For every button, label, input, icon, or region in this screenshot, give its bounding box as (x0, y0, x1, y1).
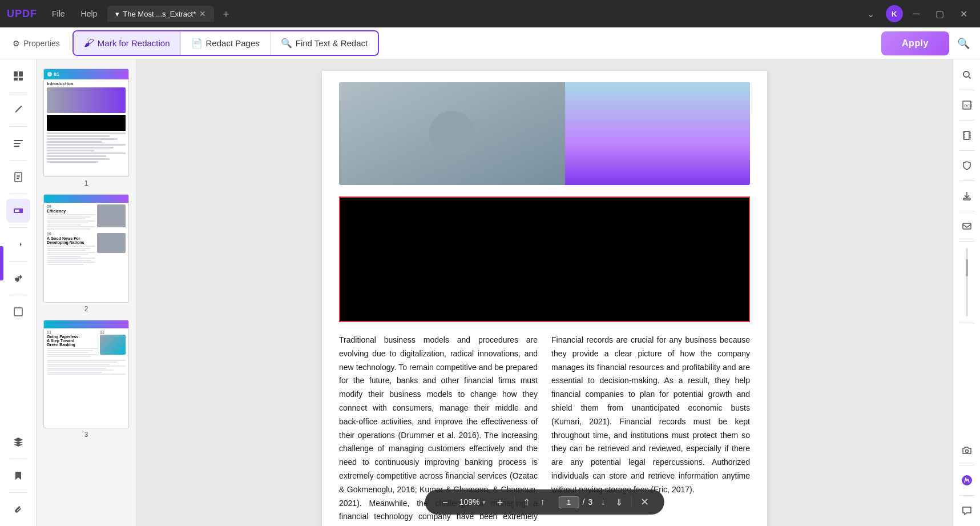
right-icon-search[interactable] (956, 64, 978, 86)
minimize-icon[interactable]: ─ (908, 9, 925, 19)
menu-file[interactable]: File (46, 7, 71, 21)
right-icon-comment[interactable] (956, 500, 978, 521)
thumb2-header (44, 195, 128, 203)
r-sep-7 (959, 323, 974, 323)
r-sep-9 (959, 495, 974, 496)
right-scrollbar-thumb (966, 259, 968, 276)
r-sep-4 (959, 180, 974, 181)
svg-rect-1 (19, 71, 23, 77)
thumb3-header (44, 320, 128, 328)
thumbnail-page-3[interactable]: 11 Going Paperless:A Step TowardGreen Ba… (43, 320, 129, 439)
close-toolbar-button[interactable]: ✕ (637, 495, 652, 509)
thumbnail-2-image: 09 Efficiency (43, 194, 129, 303)
sidebar-icon-bookmark[interactable] (6, 464, 30, 488)
svg-rect-2 (14, 78, 18, 81)
redacted-content-box (339, 196, 750, 322)
zoom-value-container: 109% ▾ (459, 497, 486, 507)
scroll-bottom-button[interactable]: ⇓ (613, 496, 625, 509)
document-area: Traditional business models and procedur… (136, 59, 953, 526)
page-header-image (339, 82, 750, 185)
user-avatar[interactable]: K (886, 5, 903, 22)
zoom-out-button[interactable]: － (437, 494, 454, 510)
right-icon-ai[interactable] (956, 469, 978, 491)
svg-rect-5 (14, 143, 21, 144)
r-sep-8 (959, 465, 974, 465)
sidebar-icon-redact[interactable] (6, 199, 30, 223)
scroll-down-button[interactable]: ↓ (598, 496, 607, 508)
sidebar-icon-form[interactable] (6, 300, 30, 324)
thumbnail-1-image: 01 Introduction (43, 69, 129, 177)
right-icon-ocr[interactable]: OCR (956, 94, 978, 116)
tab-title: The Most ...s_Extract* (123, 10, 196, 18)
properties-label: Properties (23, 39, 60, 48)
svg-rect-9 (17, 176, 20, 178)
right-scrollbar[interactable] (966, 248, 968, 316)
redact-pages-icon: 📄 (191, 38, 203, 49)
svg-rect-13 (14, 308, 22, 316)
tab-list-icon[interactable]: ⌄ (867, 9, 874, 19)
redact-pages-button[interactable]: 📄 Redact Pages (181, 32, 271, 54)
find-text-redact-button[interactable]: 🔍 Find Text & Redact (271, 32, 378, 54)
sidebar-icon-share[interactable] (6, 266, 30, 290)
sidebar-sep-1 (10, 93, 27, 93)
sidebar-icon-convert[interactable] (6, 232, 30, 256)
tab-close-icon[interactable]: ✕ (199, 9, 206, 18)
right-icon-camera[interactable] (956, 439, 978, 461)
sidebar-icon-edit[interactable] (6, 98, 30, 122)
thumbnail-3-label: 3 (84, 431, 88, 439)
zoom-percentage: 109% (459, 497, 480, 507)
properties-button[interactable]: ⚙ Properties (7, 35, 66, 51)
header-image-left (339, 82, 565, 185)
mark-redaction-button[interactable]: 🖌 Mark for Redaction (74, 31, 181, 55)
right-icon-email[interactable] (956, 215, 978, 237)
mark-redaction-label: Mark for Redaction (98, 38, 170, 48)
bottom-toolbar: － 109% ▾ ＋ ⇑ ↑ / 3 ↓ ⇓ ✕ (425, 489, 664, 515)
right-column-text: Financial records are crucial for any bu… (551, 334, 750, 497)
apply-button[interactable]: Apply (881, 31, 949, 55)
thumb1-header: 01 (44, 69, 128, 79)
svg-rect-0 (14, 71, 18, 77)
titlebar: UPDF File Help ▾ The Most ...s_Extract* … (0, 0, 980, 27)
svg-rect-4 (14, 140, 23, 141)
maximize-icon[interactable]: ▢ (930, 9, 950, 19)
right-icon-export[interactable] (956, 185, 978, 207)
sidebar-sep-5 (10, 227, 27, 228)
find-text-redact-label: Find Text & Redact (296, 38, 368, 48)
sidebar-icon-attachment[interactable] (6, 497, 30, 521)
sidebar-icon-pages[interactable] (6, 165, 30, 189)
sidebar-sep-3 (10, 160, 27, 160)
sidebar-icon-thumbnails[interactable] (6, 64, 30, 88)
right-icon-security[interactable] (956, 155, 978, 176)
svg-point-14 (963, 71, 969, 77)
r-sep-3 (959, 150, 974, 151)
sidebar-icon-layers[interactable] (6, 430, 30, 454)
svg-rect-10 (17, 178, 19, 179)
active-tab[interactable]: ▾ The Most ...s_Extract* ✕ (107, 6, 214, 22)
thumbnail-page-2[interactable]: 09 Efficiency (43, 194, 129, 313)
svg-text:OCR: OCR (964, 104, 972, 108)
close-icon[interactable]: ✕ (954, 9, 973, 19)
sidebar-sep-4 (10, 194, 27, 194)
menu-help[interactable]: Help (75, 7, 103, 21)
nav-separator (631, 496, 631, 508)
new-tab-icon[interactable]: ＋ (221, 7, 231, 21)
left-sidebar (0, 59, 37, 526)
svg-rect-8 (17, 175, 20, 176)
right-sidebar: OCR (953, 59, 980, 526)
thumbnail-page-1[interactable]: 01 Introduction (43, 69, 129, 187)
scroll-top-button[interactable]: ⇑ (521, 496, 533, 509)
sidebar-sep-8 (10, 459, 27, 459)
sidebar-icon-text[interactable] (6, 131, 30, 155)
page-content: Traditional business models and procedur… (322, 71, 767, 526)
r-sep-1 (959, 90, 974, 90)
sidebar-sep-9 (10, 492, 27, 493)
zoom-dropdown-icon[interactable]: ▾ (482, 499, 486, 506)
sidebar-sep-6 (10, 261, 27, 262)
page-number-input[interactable] (559, 496, 579, 508)
zoom-in-button[interactable]: ＋ (491, 494, 509, 510)
toolbar-search-icon[interactable]: 🔍 (954, 34, 973, 53)
scroll-up-button[interactable]: ↑ (538, 496, 547, 508)
mark-redaction-icon: 🖌 (84, 37, 94, 49)
redact-pages-label: Redact Pages (206, 38, 260, 48)
right-icon-pages[interactable] (956, 125, 978, 146)
